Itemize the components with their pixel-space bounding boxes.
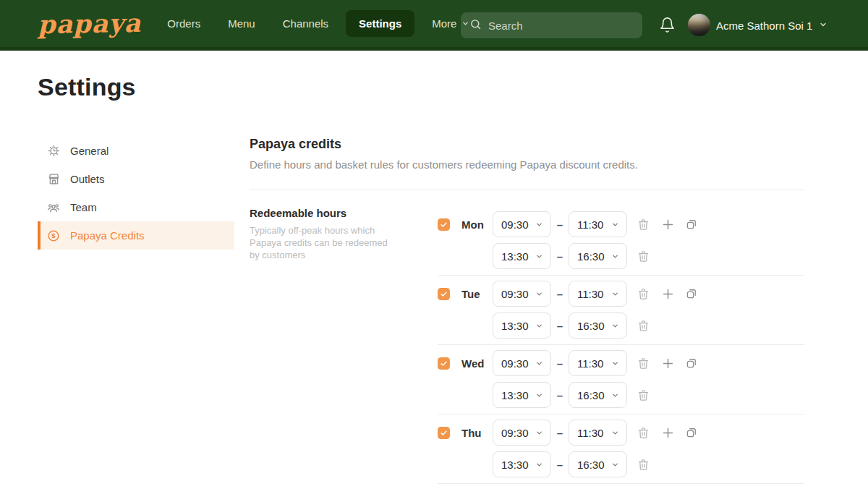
trash-icon — [637, 388, 650, 402]
time-value: 13:30 — [501, 389, 529, 401]
start-time-select[interactable]: 13:30 — [493, 451, 551, 477]
nav-item-more-label: More — [432, 17, 456, 30]
copy-day-button[interactable] — [685, 357, 698, 370]
sidebar-item-papaya-credits[interactable]: $ Papaya Credits — [38, 221, 234, 250]
copy-day-button[interactable] — [685, 426, 698, 439]
delete-slot-button[interactable] — [637, 426, 650, 440]
nav-item-orders[interactable]: Orders — [167, 17, 200, 30]
content-divider — [250, 190, 804, 190]
start-time-select[interactable]: 13:30 — [493, 243, 551, 269]
chevron-down-icon — [535, 290, 543, 298]
copy-icon — [685, 426, 698, 439]
copy-day-button[interactable] — [685, 287, 698, 300]
delete-slot-button[interactable] — [637, 458, 650, 472]
end-time-select[interactable]: 11:30 — [569, 420, 627, 446]
chevron-down-icon — [611, 221, 619, 229]
time-value: 09:30 — [501, 427, 529, 439]
time-value: 13:30 — [501, 459, 529, 471]
range-separator: – — [551, 288, 569, 300]
chevron-down-icon — [611, 290, 619, 298]
day-group: Wed09:30–11:3013:30–16:30 — [438, 350, 804, 414]
chevron-down-icon — [819, 19, 827, 32]
search-input[interactable] — [488, 20, 634, 32]
delete-slot-button[interactable] — [637, 357, 650, 370]
sidebar-item-label: Papaya Credits — [70, 229, 145, 242]
end-time-select[interactable]: 16:30 — [569, 312, 627, 339]
sidebar-item-team[interactable]: Team — [38, 193, 234, 221]
avatar[interactable] — [688, 14, 710, 36]
end-time-select[interactable]: 16:30 — [569, 451, 627, 477]
add-slot-button[interactable] — [661, 287, 675, 301]
team-icon — [46, 200, 61, 215]
delete-slot-button[interactable] — [637, 218, 650, 231]
chevron-down-icon — [535, 221, 543, 229]
copy-icon — [685, 357, 698, 370]
time-slot-row: 13:30–16:30 — [438, 382, 804, 408]
end-time-select[interactable]: 11:30 — [569, 211, 627, 237]
redeemable-hours-rows: Mon09:30–11:3013:30–16:30Tue09:30–11:301… — [438, 211, 804, 489]
bell-icon[interactable] — [659, 17, 676, 36]
start-time-select[interactable]: 09:30 — [493, 281, 551, 307]
time-slot-row: Mon09:30–11:30 — [438, 211, 804, 237]
plus-icon — [661, 287, 675, 301]
account-name: Acme Sathorn Soi 1 — [716, 20, 812, 32]
day-group: Thu09:30–11:3013:30–16:30 — [438, 420, 804, 484]
search-icon — [469, 18, 482, 33]
nav-item-settings[interactable]: Settings — [346, 10, 414, 37]
day-checkbox[interactable] — [438, 288, 450, 300]
chevron-down-icon — [611, 360, 619, 367]
range-separator: – — [551, 389, 569, 401]
chevron-down-icon — [535, 429, 543, 437]
day-label: Tue — [461, 288, 493, 300]
start-time-select[interactable]: 09:30 — [493, 211, 551, 237]
sidebar-item-label: General — [70, 145, 109, 157]
chevron-down-icon — [535, 360, 543, 367]
main-nav: Orders Menu Channels Settings More — [167, 10, 469, 37]
copy-day-button[interactable] — [685, 218, 698, 231]
time-slot-row: Tue09:30–11:30 — [438, 281, 804, 307]
start-time-select[interactable]: 13:30 — [493, 382, 551, 408]
chevron-down-icon — [611, 429, 619, 437]
range-separator: – — [551, 218, 569, 231]
add-slot-button[interactable] — [661, 357, 675, 370]
time-value: 11:30 — [577, 218, 603, 231]
range-separator: – — [551, 357, 569, 370]
delete-slot-button[interactable] — [637, 287, 650, 301]
delete-slot-button[interactable] — [637, 319, 650, 333]
start-time-select[interactable]: 09:30 — [493, 350, 551, 376]
nav-item-menu[interactable]: Menu — [228, 17, 255, 30]
chevron-down-icon — [535, 391, 543, 399]
day-group: Mon09:30–11:3013:30–16:30 — [438, 211, 804, 276]
nav-item-channels[interactable]: Channels — [283, 17, 328, 30]
day-checkbox[interactable] — [438, 218, 450, 231]
sidebar-item-outlets[interactable]: Outlets — [38, 165, 234, 193]
chevron-down-icon — [535, 461, 543, 469]
add-slot-button[interactable] — [661, 426, 675, 440]
end-time-select[interactable]: 11:30 — [569, 350, 627, 376]
time-value: 09:30 — [501, 357, 529, 370]
day-divider — [438, 275, 804, 276]
search-box[interactable] — [461, 12, 642, 38]
end-time-select[interactable]: 16:30 — [569, 382, 627, 408]
chevron-down-icon — [535, 252, 543, 260]
delete-slot-button[interactable] — [637, 250, 650, 263]
day-group: Tue09:30–11:3013:30–16:30 — [438, 281, 804, 345]
delete-slot-button[interactable] — [637, 388, 650, 402]
day-checkbox[interactable] — [438, 357, 450, 370]
end-time-select[interactable]: 11:30 — [569, 281, 627, 307]
start-time-select[interactable]: 13:30 — [493, 312, 551, 339]
trash-icon — [637, 458, 650, 472]
papaya-logo[interactable]: papaya — [38, 10, 142, 37]
plus-icon — [661, 357, 675, 370]
time-value: 11:30 — [577, 357, 603, 370]
start-time-select[interactable]: 09:30 — [493, 420, 551, 446]
end-time-select[interactable]: 16:30 — [569, 243, 627, 269]
time-value: 16:30 — [577, 389, 605, 401]
range-separator: – — [551, 250, 569, 263]
add-slot-button[interactable] — [661, 218, 675, 231]
settings-sidebar: General Outlets Team $ — [38, 137, 234, 250]
account-menu[interactable]: Acme Sathorn Soi 1 — [716, 0, 827, 51]
day-checkbox[interactable] — [438, 427, 450, 439]
sidebar-item-general[interactable]: General — [38, 137, 234, 165]
time-value: 16:30 — [577, 250, 605, 263]
